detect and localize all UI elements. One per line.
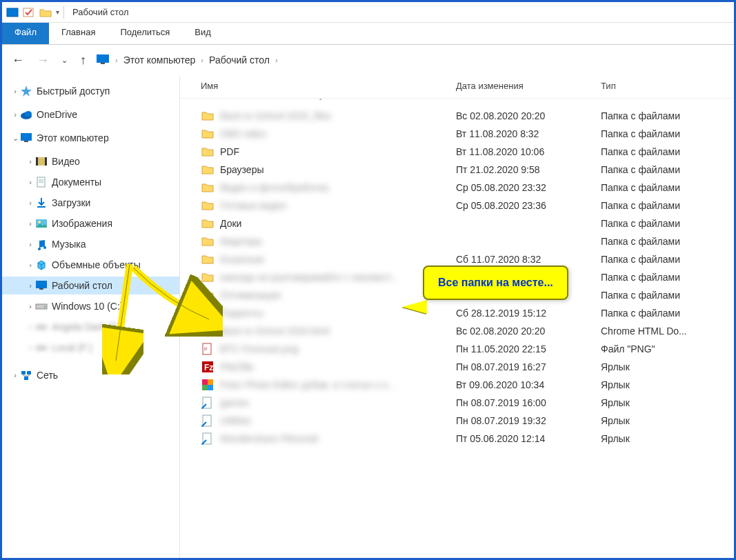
file-date: Пн 11.05.2020 22:15 xyxy=(456,343,601,354)
file-row[interactable]: OBS videoВт 11.08.2020 8:32Папка с файла… xyxy=(180,125,734,143)
tree-documents[interactable]: ›Документы xyxy=(2,173,179,191)
properties-icon[interactable] xyxy=(23,8,35,17)
svg-rect-1 xyxy=(23,8,33,17)
tab-view[interactable]: Вид xyxy=(182,23,223,44)
recent-dropdown-icon[interactable]: ⌄ xyxy=(59,53,70,68)
file-date: Пт 21.02.2020 9:58 xyxy=(456,164,601,175)
chevron-right-icon[interactable]: › xyxy=(10,371,20,379)
folder-icon xyxy=(201,109,215,123)
tab-share[interactable]: Поделиться xyxy=(108,23,182,44)
tree-quick-access[interactable]: ›Быстрый доступ xyxy=(2,82,179,100)
breadcrumb-item-desktop[interactable]: Рабочий стол xyxy=(209,54,270,66)
file-row[interactable]: PDFВт 11.08.2020 10:06Папка с файлами xyxy=(180,143,734,161)
tree-videos[interactable]: ›Видео xyxy=(2,152,179,170)
chevron-right-icon[interactable]: › xyxy=(26,157,35,166)
chevron-right-icon[interactable]: › xyxy=(10,87,20,95)
monitor-icon xyxy=(96,54,110,67)
tree-desktop[interactable]: ›Рабочий стол xyxy=(2,277,179,294)
svg-rect-24 xyxy=(21,371,26,374)
chevron-right-icon[interactable]: › xyxy=(26,240,35,248)
file-row[interactable]: FzFileZillaПн 08.07.2019 16:27Ярлык xyxy=(180,358,734,376)
svg-rect-34 xyxy=(208,379,213,385)
tree-obscured-drive-1[interactable]: ›Angela Dark (E:) xyxy=(2,318,179,336)
breadcrumb-item-thispc[interactable]: Этот компьютер xyxy=(123,54,196,66)
folder-icon xyxy=(201,234,215,248)
folder-icon xyxy=(201,288,215,302)
file-row[interactable]: PBTC Forecast.pngПн 11.05.2020 22:15Файл… xyxy=(180,340,734,358)
file-name: Back to School 2020_files xyxy=(220,110,456,121)
file-type: Папка с файлами xyxy=(601,218,734,229)
svg-point-21 xyxy=(44,306,46,308)
tree-this-pc[interactable]: ⌄Этот компьютер xyxy=(2,129,179,147)
tree-network[interactable]: ›Сеть xyxy=(2,366,179,384)
tree-onedrive[interactable]: ›OneDrive xyxy=(2,106,179,123)
tree-music[interactable]: ›Музыка xyxy=(2,235,179,253)
file-row[interactable]: ТоррентыСб 28.12.2019 15:12Папка с файла… xyxy=(180,304,734,322)
file-row[interactable]: Готовые видеоСр 05.08.2020 23:36Папка с … xyxy=(180,197,734,214)
svg-point-17 xyxy=(38,221,41,223)
file-row[interactable]: Back to School 2020.htmlВс 02.08.2020 20… xyxy=(180,322,734,340)
file-row[interactable]: gamesПн 08.07.2019 16:00Ярлык xyxy=(180,394,734,412)
column-header-date[interactable]: Дата изменения xyxy=(456,81,601,91)
file-type: Папка с файлами xyxy=(601,128,734,139)
file-row[interactable]: Fotor Photo Editor добав. в статью о к..… xyxy=(180,376,734,394)
file-type: Папка с файлами xyxy=(601,164,734,175)
chevron-right-icon[interactable]: › xyxy=(26,199,35,207)
file-row[interactable]: UtilitiesПн 08.07.2019 19:32Ярлык xyxy=(180,412,734,430)
svg-rect-23 xyxy=(36,346,47,350)
qat-dropdown-icon[interactable]: ▾ xyxy=(56,8,59,16)
up-button[interactable]: ↑ xyxy=(77,50,89,70)
file-row[interactable]: Видео и фотообработкаСр 05.08.2020 23:32… xyxy=(180,179,734,197)
chevron-right-icon[interactable]: › xyxy=(26,178,35,186)
chevron-right-icon[interactable]: › xyxy=(201,56,203,64)
chevron-down-icon[interactable]: ⌄ xyxy=(10,134,20,143)
navigation-pane: ›Быстрый доступ ›OneDrive ⌄Этот компьюте… xyxy=(2,75,180,558)
file-name: Доки xyxy=(220,218,456,229)
column-header-type[interactable]: Тип xyxy=(601,81,734,91)
tree-obscured-drive-2[interactable]: ›Local (F:) xyxy=(2,339,179,357)
tree-c-drive[interactable]: ›Windows 10 (C:) xyxy=(2,297,179,315)
forward-button[interactable]: → xyxy=(34,50,52,70)
svg-rect-33 xyxy=(202,379,208,385)
cube-icon xyxy=(35,259,48,271)
file-date: Пн 08.07.2019 19:32 xyxy=(456,415,601,426)
file-name: никогда не разговаривайте с неизвест... xyxy=(220,272,456,283)
file-name: Видео и фотообработка xyxy=(220,182,456,193)
file-type: Папка с файлами xyxy=(601,146,734,157)
chevron-right-icon[interactable]: › xyxy=(26,281,35,290)
back-button[interactable]: ← xyxy=(9,50,27,70)
file-type: Папка с файлами xyxy=(601,290,734,301)
file-row[interactable]: Back to School 2020_filesВс 02.08.2020 2… xyxy=(180,107,734,125)
chevron-right-icon[interactable]: › xyxy=(275,56,278,64)
file-name: Оптимизация xyxy=(220,290,456,301)
chevron-right-icon[interactable]: › xyxy=(10,110,20,119)
chevron-right-icon[interactable]: › xyxy=(115,56,118,64)
file-type: Chrome HTML Do... xyxy=(601,326,734,337)
file-row[interactable]: ДокиПапка с файлами xyxy=(180,214,734,232)
file-type: Ярлык xyxy=(601,361,734,372)
chevron-right-icon[interactable]: › xyxy=(26,302,35,310)
file-type: Папка с файлами xyxy=(601,272,734,283)
file-name: FileZilla xyxy=(220,361,456,372)
tree-downloads[interactable]: ›Загрузки xyxy=(2,194,179,212)
svg-text:Fz: Fz xyxy=(204,363,213,372)
chevron-right-icon[interactable]: › xyxy=(26,219,35,228)
chevron-right-icon[interactable]: › xyxy=(26,261,35,269)
file-row[interactable]: БраузерыПт 21.02.2020 9:58Папка с файлам… xyxy=(180,161,734,179)
file-type: Ярлык xyxy=(601,397,734,408)
column-header-name[interactable]: Имя xyxy=(201,81,456,91)
file-name: OBS video xyxy=(220,128,456,139)
tab-home[interactable]: Главная xyxy=(49,23,108,44)
video-icon xyxy=(35,155,48,168)
file-row[interactable]: Wondershare Filmora9Пт 05.06.2020 12:14Я… xyxy=(180,430,734,448)
file-row[interactable]: КвартираПапка с файлами xyxy=(180,232,734,250)
desktop-icon xyxy=(35,279,48,292)
tree-3d-objects[interactable]: ›Объемные объекты xyxy=(2,256,179,274)
file-name: Квартира xyxy=(220,236,456,247)
tree-pictures[interactable]: ›Изображения xyxy=(2,214,179,232)
breadcrumb[interactable]: › Этот компьютер › Рабочий стол › xyxy=(96,54,278,67)
folder-icon xyxy=(201,306,215,320)
window-title: Рабочий стол xyxy=(72,7,129,17)
tab-file[interactable]: Файл xyxy=(2,23,49,44)
annotation-callout: Все папки на месте... xyxy=(423,266,568,300)
